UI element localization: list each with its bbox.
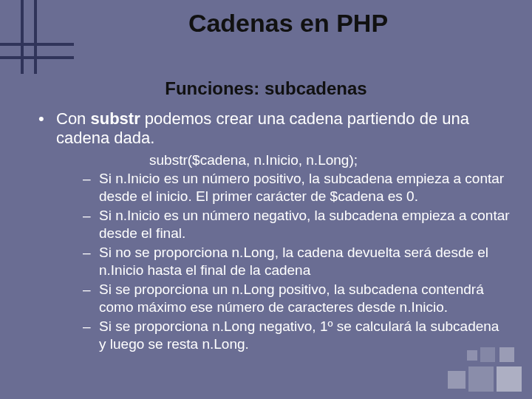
dash-icon: – [83, 318, 99, 335]
sub-list: – Si n.Inicio es un número positivo, la … [83, 170, 510, 353]
list-item: – Si n.Inicio es un número positivo, la … [83, 170, 510, 205]
slide-subtitle: Funciones: subcadenas [0, 78, 532, 99]
sub-item-text: Si n.Inicio es un número positivo, la su… [99, 170, 510, 205]
list-item: – Si se proporciona un n.Long positivo, … [83, 281, 510, 316]
list-item: – Si se proporciona n.Long negativo, 1º … [83, 318, 510, 353]
dash-icon: – [83, 244, 99, 262]
code-snippet: substr($cadena, n.Inicio, n.Long); [149, 152, 510, 168]
bullet-text-bold: substr [90, 109, 140, 128]
dash-icon: – [83, 207, 99, 225]
bullet-text-prefix: Con [56, 109, 90, 128]
bullet-icon: • [38, 109, 56, 129]
sub-item-text: Si se proporciona n.Long negativo, 1º se… [99, 318, 510, 353]
sub-item-text: Si no se proporciona n.Long, la cadena d… [99, 244, 510, 279]
list-item: • Con substr podemos crear una cadena pa… [38, 109, 510, 148]
slide-content: • Con substr podemos crear una cadena pa… [38, 109, 510, 355]
slide-title: Cadenas en PHP [0, 9, 532, 38]
bullet-text: Con substr podemos crear una cadena part… [56, 109, 510, 148]
sub-item-text: Si n.Inicio es un número negativo, la su… [99, 207, 510, 242]
list-item: – Si n.Inicio es un número negativo, la … [83, 207, 510, 242]
sub-item-text: Si se proporciona un n.Long positivo, la… [99, 281, 510, 316]
dash-icon: – [83, 281, 99, 299]
dash-icon: – [83, 170, 99, 188]
list-item: – Si no se proporciona n.Long, la cadena… [83, 244, 510, 279]
